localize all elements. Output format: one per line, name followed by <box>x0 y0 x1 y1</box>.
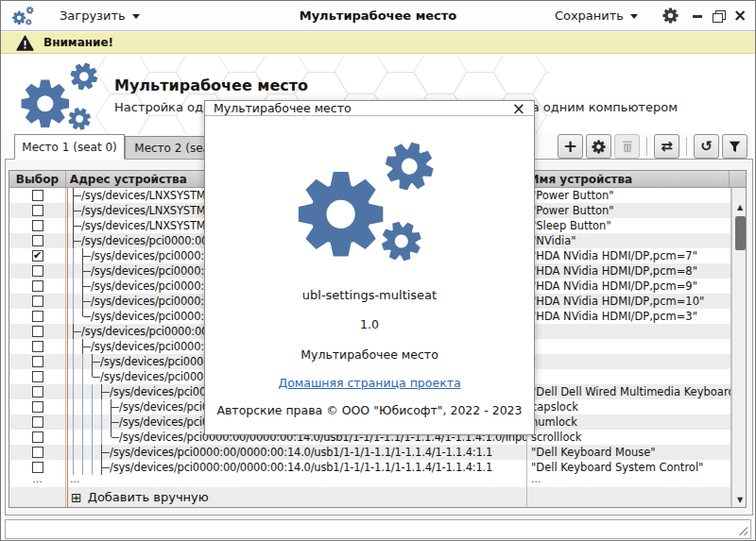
tab-label: Место 1 (seat 0) <box>22 141 116 154</box>
minimize-button[interactable] <box>692 9 704 22</box>
select-cell <box>9 384 66 399</box>
swap-arrows-icon: ⇄ <box>661 138 673 155</box>
trash-icon <box>622 141 633 153</box>
select-cell: ✔ <box>9 248 66 263</box>
tree-branch-icon <box>78 279 91 294</box>
toolbar-separator <box>686 137 687 156</box>
titlebar: Загрузить Мультирабочее место Сохранить … <box>1 1 755 31</box>
device-name-cell: "HDA NVidia HDMI/DP,pcm=3" <box>527 309 731 324</box>
scroll-up-arrow[interactable]: ▲ <box>732 200 747 214</box>
resize-grip[interactable] <box>737 525 747 535</box>
select-cell <box>9 339 66 354</box>
device-address-cell: /sys/devices/pci0000:00/0000:00:14.0/usb… <box>66 460 527 475</box>
row-checkbox[interactable] <box>32 416 43 428</box>
dialog-close-icon[interactable]: × <box>512 102 525 115</box>
tree-branch-icon <box>107 399 119 414</box>
swap-devices-button[interactable]: ⇄ <box>654 134 679 159</box>
warning-icon <box>16 35 34 51</box>
settings-menu-button[interactable] <box>662 8 679 24</box>
row-checkbox[interactable] <box>32 205 43 216</box>
tree-guide-line <box>69 263 78 279</box>
table-row[interactable]: /sys/devices/pci0000:00/0000:00:14.0/usb… <box>9 460 731 475</box>
device-path: /sys/devices/pci0000:00/0000:00:14.0/usb… <box>110 446 492 459</box>
tree-guide-line <box>78 369 88 384</box>
row-checkbox[interactable] <box>32 431 43 443</box>
delete-device-button[interactable] <box>614 134 640 159</box>
filter-button[interactable] <box>722 134 747 159</box>
row-checkbox[interactable] <box>32 311 43 322</box>
row-checkbox[interactable] <box>32 447 43 458</box>
toolbar-separator <box>646 137 647 156</box>
tree-guide-line <box>69 309 78 324</box>
project-homepage-link[interactable]: Домашняя страница проекта <box>278 376 460 390</box>
row-checkbox[interactable] <box>32 356 43 367</box>
device-name-cell: "NVidia" <box>527 233 731 248</box>
select-cell <box>9 399 66 414</box>
reset-button[interactable]: ↺ <box>694 134 719 159</box>
dialog-titlebar: Мультирабочее место × <box>205 101 534 116</box>
row-checkbox[interactable] <box>32 401 43 413</box>
add-manually-cell: ⊞Добавить вручную <box>66 487 527 507</box>
gear-icon <box>662 8 679 24</box>
load-button[interactable]: Загрузить <box>52 5 147 26</box>
tree-branch-icon <box>78 263 91 279</box>
tree-guide-line <box>78 414 88 430</box>
tree-guide-line <box>88 445 97 460</box>
select-cell <box>9 354 66 369</box>
tree-guide-line <box>88 460 97 475</box>
tree-guide-line <box>69 339 78 354</box>
add-manually-row[interactable]: ⊞Добавить вручную <box>9 487 731 507</box>
maximize-button[interactable] <box>713 9 725 22</box>
chevron-down-icon <box>630 14 638 19</box>
row-checkbox[interactable] <box>32 326 43 337</box>
select-cell <box>9 233 66 248</box>
app-window: Загрузить Мультирабочее место Сохранить … <box>0 0 756 541</box>
row-checkbox[interactable] <box>32 265 43 277</box>
tree-guide-line <box>69 294 78 309</box>
add-device-button[interactable]: + <box>558 134 583 159</box>
scrollbar-thumb[interactable] <box>735 216 746 250</box>
tab-seat-0[interactable]: Место 1 (seat 0) <box>14 134 125 160</box>
row-checkbox[interactable] <box>32 371 43 382</box>
tree-branch-icon <box>107 414 119 430</box>
row-checkbox-checked[interactable]: ✔ <box>32 250 43 262</box>
undo-icon: ↺ <box>700 138 713 155</box>
row-checkbox[interactable] <box>32 280 43 292</box>
table-row[interactable]: /sys/devices/pci0000:00/0000:00:14.0/usb… <box>9 445 731 460</box>
tree-branch-icon <box>78 339 91 354</box>
row-checkbox[interactable] <box>32 386 43 397</box>
device-name-cell: "HDA NVidia HDMI/DP,pcm=8" <box>527 263 731 279</box>
select-cell <box>9 460 66 475</box>
tree-guide-line <box>69 460 78 475</box>
dialog-body: ubl-settings-multiseat 1.0 Мультирабочее… <box>205 116 534 436</box>
column-header-name[interactable]: Имя устройства <box>526 171 730 187</box>
plus-icon: + <box>563 138 577 155</box>
row-checkbox[interactable] <box>32 341 43 352</box>
device-name-cell: scrolllock <box>527 430 731 445</box>
tree-guide-line <box>69 384 78 399</box>
device-settings-button[interactable] <box>586 134 611 159</box>
about-dialog: Мультирабочее место × ubl-settings-multi… <box>204 100 535 435</box>
ellipsis-cell: ... <box>9 475 66 487</box>
tree-guide-line <box>88 414 97 430</box>
save-button[interactable]: Сохранить <box>547 5 645 26</box>
tree-branch-icon <box>69 188 81 203</box>
select-cell <box>9 218 66 233</box>
tree-branch-icon <box>69 324 81 339</box>
column-header-select[interactable]: Выбор <box>9 171 66 187</box>
row-checkbox[interactable] <box>32 220 43 231</box>
row-checkbox[interactable] <box>32 190 43 201</box>
page-title: Мультирабочее место <box>114 76 308 94</box>
scroll-down-arrow[interactable]: ▼ <box>732 493 747 507</box>
select-cell <box>9 414 66 430</box>
tree-guide-line <box>78 460 88 475</box>
load-button-label: Загрузить <box>60 8 126 23</box>
device-name-cell: numlock <box>527 414 731 430</box>
row-checkbox[interactable] <box>32 462 43 473</box>
row-checkbox[interactable] <box>32 235 43 246</box>
select-cell <box>9 279 66 294</box>
close-button[interactable]: × <box>733 9 746 22</box>
select-cell <box>9 294 66 309</box>
vertical-scrollbar[interactable]: ▲ ▼ <box>731 188 746 507</box>
row-checkbox[interactable] <box>32 296 43 307</box>
